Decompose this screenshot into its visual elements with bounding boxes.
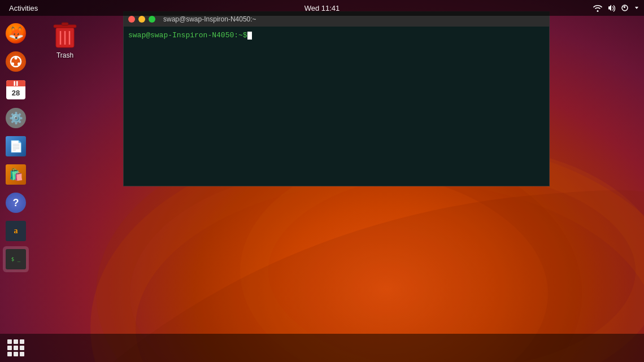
sound-icon[interactable] (607, 3, 616, 12)
sidebar-item-settings[interactable]: ⚙️ (3, 105, 29, 131)
trash-icon (51, 20, 79, 49)
sidebar-item-calendar[interactable]: ▐ ▌ 28 (3, 77, 29, 103)
sidebar-item-ubuntu-software[interactable] (3, 49, 29, 75)
panel-menu-icon[interactable] (634, 5, 639, 11)
top-panel: Activities Wed 11:41 (0, 0, 644, 16)
terminal-minimize-button[interactable] (138, 16, 145, 23)
terminal-close-button[interactable] (128, 16, 135, 23)
svg-rect-13 (62, 23, 68, 25)
panel-left: Activities (5, 0, 42, 16)
terminal-body[interactable]: swap@swap-Inspiron-N4050:~$ (124, 27, 549, 186)
trash-desktop-icon[interactable]: Trash (45, 20, 85, 59)
svg-point-6 (11, 63, 14, 66)
panel-right (593, 3, 639, 12)
trash-label: Trash (56, 51, 73, 59)
wifi-icon[interactable] (593, 3, 602, 12)
bottom-dock (0, 334, 644, 362)
sidebar-item-terminal[interactable]: $ _ (3, 246, 29, 272)
prompt-user: swap@swap-Inspiron-N4050:~$ (128, 31, 247, 40)
terminal-maximize-button[interactable] (149, 16, 155, 23)
sidebar-item-help[interactable]: ? (3, 190, 29, 216)
terminal-window: swap@swap-Inspiron-N4050:~ swap@swap-Ins… (123, 11, 550, 186)
panel-datetime[interactable]: Wed 11:41 (304, 4, 340, 12)
sidebar-item-writer[interactable]: 📄 (3, 133, 29, 159)
svg-point-0 (113, 158, 644, 362)
show-apps-button[interactable] (3, 335, 29, 361)
desktop: Activities Wed 11:41 (0, 0, 644, 362)
svg-point-2 (254, 158, 644, 362)
terminal-title: swap@swap-Inspiron-N4050:~ (163, 15, 545, 23)
svg-point-7 (18, 63, 20, 66)
sidebar-item-amazon[interactable]: a (3, 218, 29, 244)
terminal-cursor (247, 32, 252, 40)
svg-point-5 (15, 57, 18, 60)
sidebar-item-appstore[interactable]: 🛍️ (3, 162, 29, 187)
grid-dots-icon (7, 339, 24, 356)
sidebar-item-firefox[interactable]: 🦊 (3, 20, 29, 46)
activities-button[interactable]: Activities (5, 0, 42, 16)
power-icon[interactable] (620, 3, 629, 12)
terminal-prompt: swap@swap-Inspiron-N4050:~$ (128, 31, 545, 40)
sidebar: 🦊 ▐ ▌ 28 (0, 16, 32, 334)
